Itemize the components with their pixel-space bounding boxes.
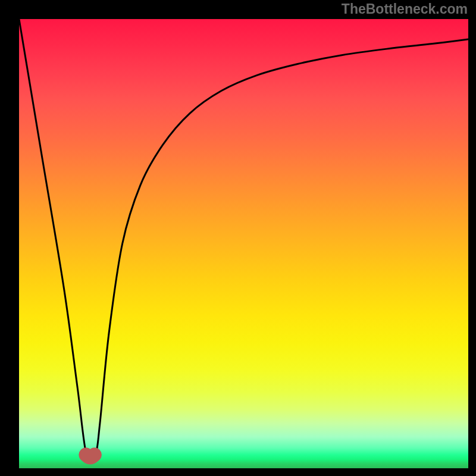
watermark-text: TheBottleneck.com — [342, 1, 468, 17]
bottleneck-curve — [19, 19, 468, 461]
bottleneck-curve-svg — [19, 19, 468, 468]
plot-area — [19, 19, 468, 468]
chart-frame — [19, 19, 468, 468]
minimum-marker — [79, 447, 101, 464]
